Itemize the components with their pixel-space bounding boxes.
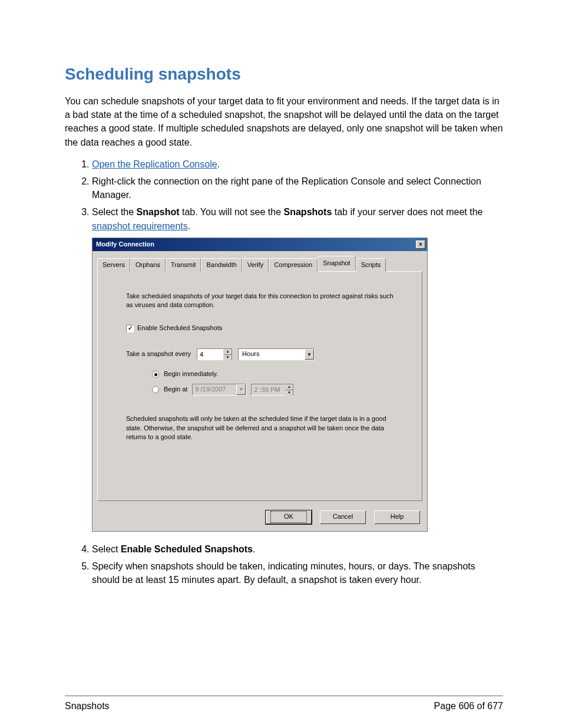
every-unit-select[interactable]: Hours ▼ — [238, 348, 315, 360]
step-3-text-a: Select the — [92, 207, 137, 217]
dialog-lower-text: Scheduled snapshots will only be taken a… — [126, 414, 398, 442]
step-5: Specify when snapshots should be taken, … — [92, 559, 503, 587]
help-button[interactable]: Help — [374, 510, 420, 524]
page-title: Scheduling snapshots — [65, 65, 503, 84]
step-4-text-b: . — [253, 544, 255, 554]
take-snapshot-every-row: Take a snapshot every 4 ▲ ▼ Hours ▼ — [126, 348, 398, 360]
time-spin-down-icon[interactable]: ▼ — [285, 390, 293, 396]
step-3-bold-1: Snapshot — [137, 207, 180, 217]
tab-transmit[interactable]: Transmit — [166, 258, 201, 272]
begin-at-date[interactable]: 9 /19/2007 ▼ — [192, 384, 246, 396]
time-value[interactable]: 2 :39 PM — [251, 384, 285, 396]
radio-dot — [154, 373, 157, 376]
page: Scheduling snapshots You can schedule sn… — [0, 0, 562, 728]
begin-immediately-row: Begin immediately. — [152, 370, 398, 379]
tab-snapshot[interactable]: Snapshot — [318, 256, 355, 271]
step-1: Open the Replication Console. — [92, 157, 503, 171]
page-footer: Snapshots Page 606 of 677 — [65, 696, 503, 711]
every-unit-value: Hours — [239, 348, 305, 360]
step-4-text-a: Select — [92, 544, 121, 554]
every-label: Take a snapshot every — [126, 350, 191, 359]
snapshot-requirements-link[interactable]: snapshot requirements — [92, 221, 188, 231]
cancel-button[interactable]: Cancel — [320, 510, 366, 524]
begin-immediately-label: Begin immediately. — [164, 370, 218, 379]
date-chevron-down-icon[interactable]: ▼ — [236, 384, 246, 395]
date-value: 9 /19/2007 — [195, 385, 236, 394]
tab-strip: Servers Orphans Transmit Bandwidth Verif… — [92, 251, 427, 271]
enable-snapshots-label: Enable Scheduled Snapshots — [137, 324, 222, 333]
tab-servers[interactable]: Servers — [97, 258, 130, 272]
time-spin-up-icon[interactable]: ▲ — [285, 384, 293, 390]
every-value-input[interactable]: 4 — [197, 348, 224, 360]
spin-up-icon[interactable]: ▲ — [224, 349, 232, 355]
close-icon[interactable]: × — [416, 241, 425, 249]
step-3-text-c: tab if your server does not meet the — [332, 207, 482, 217]
chevron-down-icon[interactable]: ▼ — [305, 349, 314, 360]
step-3-text-b: tab. You will not see the — [180, 207, 284, 217]
spin-down-icon[interactable]: ▼ — [224, 355, 232, 360]
footer-right: Page 606 of 677 — [434, 701, 503, 711]
tab-compression[interactable]: Compression — [269, 258, 318, 272]
step-3-text-d: . — [188, 221, 190, 231]
time-spin-buttons[interactable]: ▲ ▼ — [285, 384, 293, 396]
begin-at-radio[interactable] — [152, 386, 159, 393]
dialog-title: Modify Connection — [96, 240, 154, 249]
tab-orphans[interactable]: Orphans — [130, 258, 166, 272]
begin-at-row: Begin at 9 /19/2007 ▼ 2 :39 PM ▲ ▼ — [152, 384, 398, 396]
enable-snapshots-row: ✓ Enable Scheduled Snapshots — [126, 324, 398, 333]
footer-left: Snapshots — [65, 701, 110, 711]
modify-connection-dialog: Modify Connection × Servers Orphans Tran… — [92, 238, 428, 532]
ok-label: OK — [270, 511, 307, 523]
step-3: Select the Snapshot tab. You will not se… — [92, 205, 503, 531]
intro-paragraph: You can schedule snapshots of your targe… — [65, 94, 503, 149]
begin-immediately-radio[interactable] — [152, 371, 159, 378]
ok-button[interactable]: OK — [266, 510, 312, 524]
tab-content: Take scheduled snapshots of your target … — [97, 271, 422, 501]
enable-snapshots-checkbox[interactable]: ✓ — [126, 325, 134, 332]
open-replication-console-link[interactable]: Open the Replication Console — [92, 159, 217, 169]
steps-list: Open the Replication Console. Right-clic… — [65, 157, 503, 587]
tab-scripts[interactable]: Scripts — [356, 258, 386, 272]
step-4-bold: Enable Scheduled Snapshots — [121, 544, 253, 554]
step-3-bold-2: Snapshots — [284, 207, 332, 217]
tab-verify[interactable]: Verify — [242, 258, 269, 272]
step-2: Right-click the connection on the right … — [92, 174, 503, 202]
every-value-spinner[interactable]: 4 ▲ ▼ — [197, 348, 232, 360]
step-4: Select Enable Scheduled Snapshots. — [92, 542, 503, 556]
step-1-suffix: . — [217, 159, 220, 169]
begin-at-time-spinner[interactable]: 2 :39 PM ▲ ▼ — [251, 384, 293, 396]
begin-at-label: Begin at — [164, 385, 187, 394]
spin-buttons[interactable]: ▲ ▼ — [224, 348, 232, 360]
dialog-button-row: OK Cancel Help — [92, 506, 427, 531]
dialog-screenshot: Modify Connection × Servers Orphans Tran… — [92, 238, 503, 532]
dialog-description: Take scheduled snapshots of your target … — [126, 292, 398, 310]
tab-bandwidth[interactable]: Bandwidth — [201, 258, 242, 272]
dialog-titlebar: Modify Connection × — [92, 238, 427, 251]
